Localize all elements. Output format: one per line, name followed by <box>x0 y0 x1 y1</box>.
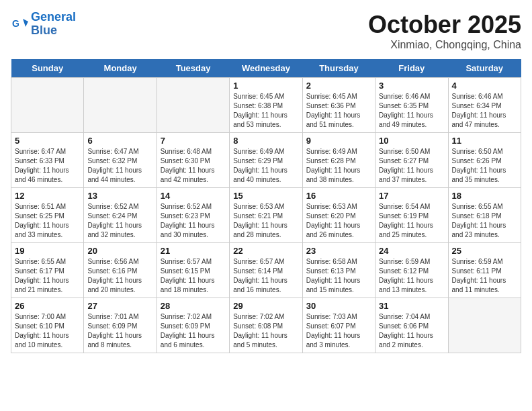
day-number: 9 <box>306 136 371 146</box>
calendar-week-row: 12Sunrise: 6:51 AM Sunset: 6:25 PM Dayli… <box>11 188 521 243</box>
day-info: Sunrise: 7:00 AM Sunset: 6:10 PM Dayligh… <box>15 312 80 350</box>
day-info: Sunrise: 6:54 AM Sunset: 6:19 PM Dayligh… <box>379 202 444 240</box>
calendar-cell <box>157 78 229 133</box>
calendar-cell <box>11 78 84 133</box>
calendar-week-row: 19Sunrise: 6:55 AM Sunset: 6:17 PM Dayli… <box>11 243 521 298</box>
day-number: 1 <box>233 81 298 91</box>
svg-marker-1 <box>23 19 28 27</box>
calendar-cell: 18Sunrise: 6:55 AM Sunset: 6:18 PM Dayli… <box>448 188 521 243</box>
day-number: 18 <box>452 191 517 201</box>
day-number: 5 <box>15 136 80 146</box>
day-info: Sunrise: 6:59 AM Sunset: 6:12 PM Dayligh… <box>379 257 444 295</box>
day-info: Sunrise: 6:49 AM Sunset: 6:28 PM Dayligh… <box>306 147 371 185</box>
day-number: 7 <box>161 136 226 146</box>
day-info: Sunrise: 6:49 AM Sunset: 6:29 PM Dayligh… <box>233 147 298 185</box>
day-info: Sunrise: 6:50 AM Sunset: 6:26 PM Dayligh… <box>452 147 517 185</box>
weekday-header: Friday <box>375 59 448 78</box>
day-info: Sunrise: 6:46 AM Sunset: 6:35 PM Dayligh… <box>379 92 444 130</box>
calendar-cell: 10Sunrise: 6:50 AM Sunset: 6:27 PM Dayli… <box>375 133 448 188</box>
calendar-cell: 16Sunrise: 6:53 AM Sunset: 6:20 PM Dayli… <box>302 188 375 243</box>
day-number: 8 <box>233 136 298 146</box>
day-info: Sunrise: 6:47 AM Sunset: 6:33 PM Dayligh… <box>15 147 80 185</box>
calendar-cell: 15Sunrise: 6:53 AM Sunset: 6:21 PM Dayli… <box>230 188 302 243</box>
day-number: 27 <box>87 301 152 311</box>
calendar-cell: 21Sunrise: 6:57 AM Sunset: 6:15 PM Dayli… <box>157 243 229 298</box>
calendar-cell: 13Sunrise: 6:52 AM Sunset: 6:24 PM Dayli… <box>84 188 157 243</box>
calendar-cell: 27Sunrise: 7:01 AM Sunset: 6:09 PM Dayli… <box>84 298 157 353</box>
day-number: 22 <box>233 246 298 256</box>
weekday-header-row: SundayMondayTuesdayWednesdayThursdayFrid… <box>11 59 521 78</box>
day-info: Sunrise: 6:46 AM Sunset: 6:34 PM Dayligh… <box>452 92 517 130</box>
day-number: 4 <box>452 81 517 91</box>
day-info: Sunrise: 6:48 AM Sunset: 6:30 PM Dayligh… <box>161 147 226 185</box>
weekday-header: Monday <box>84 59 157 78</box>
calendar-cell: 6Sunrise: 6:47 AM Sunset: 6:32 PM Daylig… <box>84 133 157 188</box>
weekday-header: Saturday <box>448 59 521 78</box>
day-number: 14 <box>161 191 226 201</box>
day-info: Sunrise: 6:59 AM Sunset: 6:11 PM Dayligh… <box>452 257 517 295</box>
calendar-cell: 2Sunrise: 6:45 AM Sunset: 6:36 PM Daylig… <box>302 78 375 133</box>
day-info: Sunrise: 6:52 AM Sunset: 6:24 PM Dayligh… <box>87 202 152 240</box>
day-info: Sunrise: 6:57 AM Sunset: 6:15 PM Dayligh… <box>161 257 226 295</box>
calendar-cell: 28Sunrise: 7:02 AM Sunset: 6:09 PM Dayli… <box>157 298 229 353</box>
day-number: 20 <box>87 246 152 256</box>
day-info: Sunrise: 6:56 AM Sunset: 6:16 PM Dayligh… <box>87 257 152 295</box>
calendar-cell: 22Sunrise: 6:57 AM Sunset: 6:14 PM Dayli… <box>230 243 302 298</box>
calendar-cell: 5Sunrise: 6:47 AM Sunset: 6:33 PM Daylig… <box>11 133 84 188</box>
day-number: 3 <box>379 81 444 91</box>
day-info: Sunrise: 7:02 AM Sunset: 6:09 PM Dayligh… <box>161 312 226 350</box>
day-number: 15 <box>233 191 298 201</box>
day-number: 13 <box>87 191 152 201</box>
logo: G General Blue <box>11 11 76 38</box>
day-info: Sunrise: 6:58 AM Sunset: 6:13 PM Dayligh… <box>306 257 371 295</box>
day-info: Sunrise: 6:55 AM Sunset: 6:17 PM Dayligh… <box>15 257 80 295</box>
day-number: 28 <box>161 301 226 311</box>
day-info: Sunrise: 7:04 AM Sunset: 6:06 PM Dayligh… <box>379 312 444 350</box>
calendar-cell: 14Sunrise: 6:52 AM Sunset: 6:23 PM Dayli… <box>157 188 229 243</box>
svg-text:G: G <box>12 18 19 29</box>
day-number: 31 <box>379 301 444 311</box>
day-number: 6 <box>87 136 152 146</box>
calendar-cell: 17Sunrise: 6:54 AM Sunset: 6:19 PM Dayli… <box>375 188 448 243</box>
calendar-cell: 12Sunrise: 6:51 AM Sunset: 6:25 PM Dayli… <box>11 188 84 243</box>
calendar-cell: 29Sunrise: 7:02 AM Sunset: 6:08 PM Dayli… <box>230 298 302 353</box>
day-info: Sunrise: 6:45 AM Sunset: 6:38 PM Dayligh… <box>233 92 298 130</box>
day-number: 24 <box>379 246 444 256</box>
calendar-cell: 23Sunrise: 6:58 AM Sunset: 6:13 PM Dayli… <box>302 243 375 298</box>
weekday-header: Sunday <box>11 59 84 78</box>
day-info: Sunrise: 6:52 AM Sunset: 6:23 PM Dayligh… <box>161 202 226 240</box>
page-header: G General Blue October 2025 Xinmiao, Cho… <box>11 11 521 51</box>
logo-icon: G <box>11 15 30 34</box>
location: Xinmiao, Chongqing, China <box>368 39 521 51</box>
day-number: 26 <box>15 301 80 311</box>
day-number: 12 <box>15 191 80 201</box>
calendar-week-row: 26Sunrise: 7:00 AM Sunset: 6:10 PM Dayli… <box>11 298 521 353</box>
title-area: October 2025 Xinmiao, Chongqing, China <box>368 11 521 51</box>
calendar-cell: 8Sunrise: 6:49 AM Sunset: 6:29 PM Daylig… <box>230 133 302 188</box>
calendar-cell: 26Sunrise: 7:00 AM Sunset: 6:10 PM Dayli… <box>11 298 84 353</box>
day-number: 23 <box>306 246 371 256</box>
calendar-week-row: 1Sunrise: 6:45 AM Sunset: 6:38 PM Daylig… <box>11 78 521 133</box>
day-number: 30 <box>306 301 371 311</box>
calendar-cell: 3Sunrise: 6:46 AM Sunset: 6:35 PM Daylig… <box>375 78 448 133</box>
calendar-cell: 30Sunrise: 7:03 AM Sunset: 6:07 PM Dayli… <box>302 298 375 353</box>
calendar-cell: 11Sunrise: 6:50 AM Sunset: 6:26 PM Dayli… <box>448 133 521 188</box>
calendar-cell: 1Sunrise: 6:45 AM Sunset: 6:38 PM Daylig… <box>230 78 302 133</box>
calendar-cell: 24Sunrise: 6:59 AM Sunset: 6:12 PM Dayli… <box>375 243 448 298</box>
day-number: 2 <box>306 81 371 91</box>
day-number: 21 <box>161 246 226 256</box>
logo-text: General Blue <box>31 11 76 38</box>
day-number: 16 <box>306 191 371 201</box>
calendar-cell: 4Sunrise: 6:46 AM Sunset: 6:34 PM Daylig… <box>448 78 521 133</box>
calendar-cell: 9Sunrise: 6:49 AM Sunset: 6:28 PM Daylig… <box>302 133 375 188</box>
day-info: Sunrise: 6:51 AM Sunset: 6:25 PM Dayligh… <box>15 202 80 240</box>
day-info: Sunrise: 6:55 AM Sunset: 6:18 PM Dayligh… <box>452 202 517 240</box>
calendar-cell: 7Sunrise: 6:48 AM Sunset: 6:30 PM Daylig… <box>157 133 229 188</box>
day-number: 25 <box>452 246 517 256</box>
day-info: Sunrise: 7:03 AM Sunset: 6:07 PM Dayligh… <box>306 312 371 350</box>
day-info: Sunrise: 7:02 AM Sunset: 6:08 PM Dayligh… <box>233 312 298 350</box>
month-title: October 2025 <box>368 11 521 39</box>
day-number: 11 <box>452 136 517 146</box>
calendar-cell: 19Sunrise: 6:55 AM Sunset: 6:17 PM Dayli… <box>11 243 84 298</box>
calendar-cell <box>84 78 157 133</box>
